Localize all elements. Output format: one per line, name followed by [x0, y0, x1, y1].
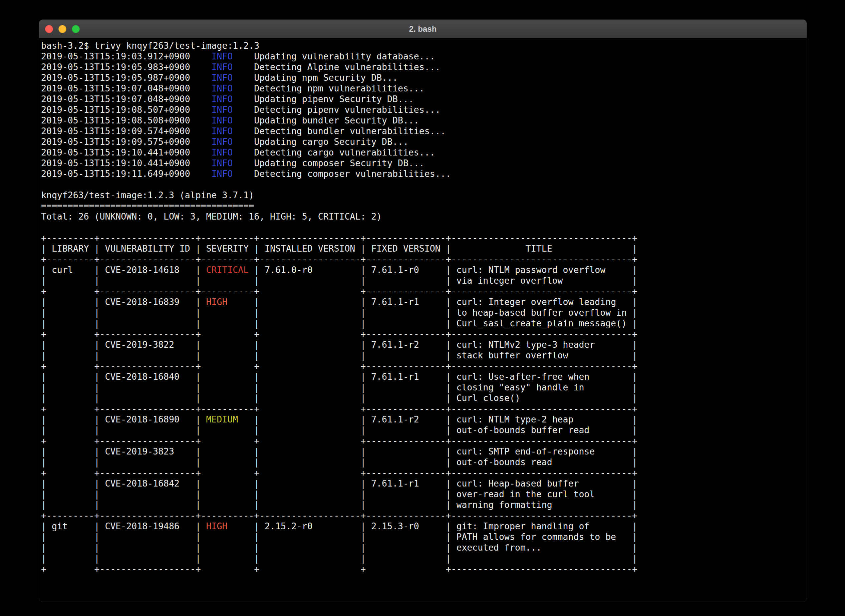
- window-title: 2. bash: [409, 24, 437, 34]
- log-line: 2019-05-13T15:19:08.507+0900 INFO Detect…: [41, 104, 807, 115]
- table-separator: + +------------------+ + +--------------…: [41, 436, 807, 446]
- table-separator: +---------+------------------+----------…: [41, 510, 807, 521]
- blank-line: [41, 179, 807, 190]
- terminal-window: 2. bash bash-3.2$ trivy knqyf263/test-im…: [39, 19, 807, 602]
- table-separator: + +------------------+ + +--------------…: [41, 361, 807, 371]
- report-summary: Total: 26 (UNKNOWN: 0, LOW: 3, MEDIUM: 1…: [41, 211, 807, 222]
- window-controls: [45, 20, 80, 38]
- table-separator: + +------------------+----------+ +-----…: [41, 403, 807, 414]
- table-separator: +---------+------------------+----------…: [41, 254, 807, 265]
- table-row-line: | | | | | | over-read in the curl tool |: [41, 489, 807, 500]
- table-row-line: | | CVE-2018-16839 | HIGH | | 7.61.1-r1 …: [41, 297, 807, 307]
- table-row-line: | | | | | | |: [41, 553, 807, 563]
- table-row-line: | | CVE-2018-16840 | | | 7.61.1-r1 | cur…: [41, 371, 807, 382]
- log-level: INFO: [211, 115, 233, 125]
- log-level: INFO: [211, 94, 233, 104]
- table-row-line: | | CVE-2018-16890 | MEDIUM | | 7.61.1-r…: [41, 414, 807, 425]
- log-level: INFO: [211, 83, 233, 94]
- report-underline: ========================================: [41, 201, 807, 211]
- window-title-bar[interactable]: 2. bash: [39, 20, 807, 38]
- blank-line: [41, 222, 807, 233]
- table-row-line: | | | | | | Curl_close() |: [41, 393, 807, 403]
- log-line: 2019-05-13T15:19:03.912+0900 INFO Updati…: [41, 51, 807, 62]
- table-header: | LIBRARY | VULNERABILITY ID | SEVERITY …: [41, 243, 807, 254]
- table-row-line: | | | | | | to heap-based buffer overflo…: [41, 307, 807, 318]
- table-row-line: | | | | | | warning formatting |: [41, 500, 807, 510]
- log-line: 2019-05-13T15:19:09.575+0900 INFO Updati…: [41, 136, 807, 147]
- log-line: 2019-05-13T15:19:11.649+0900 INFO Detect…: [41, 169, 807, 179]
- log-level: INFO: [211, 51, 233, 62]
- log-level: INFO: [211, 72, 233, 83]
- table-row-line: | | | | | | closing "easy" handle in |: [41, 382, 807, 393]
- log-line: 2019-05-13T15:19:10.441+0900 INFO Detect…: [41, 147, 807, 158]
- table-row-line: | | | | | | out-of-bounds buffer read |: [41, 425, 807, 436]
- log-line: 2019-05-13T15:19:07.048+0900 INFO Detect…: [41, 83, 807, 94]
- severity-value: HIGH: [206, 521, 227, 531]
- log-line: 2019-05-13T15:19:10.441+0900 INFO Updati…: [41, 158, 807, 169]
- table-separator: + +------------------+----------+ +-----…: [41, 286, 807, 297]
- table-row-line: | | | | | | PATH allows for commands to …: [41, 532, 807, 542]
- table-row-line: | | CVE-2019-3822 | | | 7.61.1-r2 | curl…: [41, 339, 807, 350]
- table-row-line: | | CVE-2018-16842 | | | 7.61.1-r1 | cur…: [41, 478, 807, 489]
- log-line: 2019-05-13T15:19:08.508+0900 INFO Updati…: [41, 115, 807, 126]
- table-border: +---------+------------------+----------…: [41, 233, 807, 243]
- command-line: bash-3.2$ trivy knqyf263/test-image:1.2.…: [41, 40, 807, 51]
- table-separator: + +------------------+ + +--------------…: [41, 329, 807, 339]
- log-line: 2019-05-13T15:19:05.987+0900 INFO Updati…: [41, 72, 807, 83]
- severity-value: MEDIUM: [206, 414, 238, 424]
- severity-value: CRITICAL: [206, 265, 249, 275]
- log-level: INFO: [211, 169, 233, 179]
- log-line: 2019-05-13T15:19:09.574+0900 INFO Detect…: [41, 126, 807, 136]
- log-level: INFO: [211, 136, 233, 147]
- table-row-line: | | | | | | stack buffer overflow |: [41, 350, 807, 361]
- log-level: INFO: [211, 147, 233, 157]
- minimize-button[interactable]: [59, 25, 66, 33]
- severity-value: HIGH: [206, 297, 227, 307]
- desktop-background: 2. bash bash-3.2$ trivy knqyf263/test-im…: [0, 0, 845, 616]
- zoom-button[interactable]: [72, 25, 80, 33]
- table-row-line: | | CVE-2019-3823 | | | | curl: SMTP end…: [41, 446, 807, 457]
- table-row-line: | curl | CVE-2018-14618 | CRITICAL | 7.6…: [41, 265, 807, 275]
- close-button[interactable]: [45, 25, 53, 33]
- terminal-output[interactable]: bash-3.2$ trivy knqyf263/test-image:1.2.…: [39, 38, 807, 574]
- table-row-line: | | | | | | out-of-bounds read |: [41, 457, 807, 468]
- log-line: 2019-05-13T15:19:05.983+0900 INFO Detect…: [41, 62, 807, 72]
- log-level: INFO: [211, 158, 233, 168]
- log-line: 2019-05-13T15:19:07.048+0900 INFO Updati…: [41, 94, 807, 104]
- log-level: INFO: [211, 104, 233, 115]
- table-row-line: | | | | | | Curl_sasl_create_plain_messa…: [41, 318, 807, 329]
- report-target: knqyf263/test-image:1.2.3 (alpine 3.7.1): [41, 190, 807, 201]
- table-row-line: | git | CVE-2018-19486 | HIGH | 2.15.2-r…: [41, 521, 807, 532]
- table-separator: + +------------------+ + + +------------…: [41, 563, 807, 574]
- log-level: INFO: [211, 126, 233, 136]
- table-row-line: | | | | | | executed from... |: [41, 542, 807, 553]
- log-level: INFO: [211, 62, 233, 72]
- table-row-line: | | | | | | via integer overflow |: [41, 275, 807, 286]
- table-separator: + +------------------+ + +--------------…: [41, 468, 807, 478]
